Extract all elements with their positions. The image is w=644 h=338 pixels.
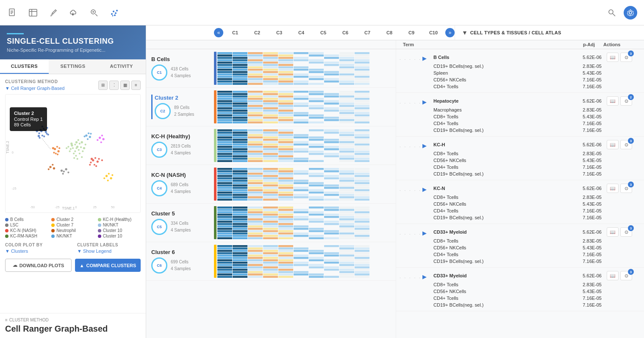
grid-icon-btn[interactable]: ⊞ (98, 81, 108, 90)
clustering-method-select[interactable]: ▼ Cell Ranger Graph-Based (5, 86, 64, 91)
scatter-btn[interactable]: ⁚ (109, 81, 119, 90)
toggle-btn[interactable]: ⊙ 3 (620, 227, 632, 237)
bar-btn[interactable]: ▦ (120, 81, 130, 90)
tab-settings[interactable]: SETTINGS (49, 59, 97, 74)
book-icon-btn[interactable]: 📖 (607, 96, 619, 106)
svg-rect-533 (355, 148, 369, 151)
nav-arrow-icon[interactable]: ▶ (422, 99, 427, 105)
svg-rect-930 (324, 269, 339, 271)
paint-icon[interactable] (47, 7, 59, 19)
toggle-btn[interactable]: ⊙ 2 (620, 96, 632, 106)
legend-item: KC-N (NASH) (5, 228, 48, 233)
svg-rect-128 (217, 78, 232, 80)
svg-rect-772 (309, 223, 324, 225)
search-icon[interactable] (606, 7, 618, 19)
atlas-terms: CD33+ Myeloid 5.62E-06 📖 ⊙ 3 CD8+ Tcells… (430, 270, 644, 308)
term-label: CD19+ BCells(neg. sel.) (433, 215, 569, 220)
svg-line-115 (42, 138, 50, 149)
table-icon[interactable] (27, 7, 39, 19)
col-nav-left[interactable]: « (214, 28, 223, 37)
zoom-icon[interactable] (88, 7, 100, 19)
svg-rect-902 (294, 269, 308, 271)
svg-point-19 (629, 11, 632, 14)
book-icon-btn[interactable]: 📖 (607, 184, 619, 193)
svg-rect-823 (217, 248, 232, 250)
svg-rect-534 (355, 151, 369, 153)
col-c5: C5 (312, 30, 334, 35)
toggle-btn[interactable]: ⊙ 3 (620, 184, 632, 193)
document-icon[interactable] (7, 7, 19, 19)
svg-rect-897 (294, 257, 308, 259)
svg-rect-880 (278, 250, 293, 252)
svg-rect-383 (339, 121, 354, 123)
nav-arrow-icon[interactable]: ▶ (422, 142, 427, 149)
padj-value: 7.16E-05 (569, 84, 607, 89)
book-icon-btn[interactable]: 📖 (607, 227, 619, 237)
atlas-term-row: KC-N 5.62E-06 📖 ⊙ 3 (430, 183, 644, 194)
list-btn[interactable]: ≡ (131, 81, 141, 90)
compare-clusters-button[interactable]: ▲ COMPARE CLUSTERS (75, 259, 141, 272)
scatter-icon[interactable] (108, 7, 120, 19)
svg-rect-313 (263, 121, 278, 123)
svg-rect-437 (248, 153, 263, 155)
cell-atlas-toggle[interactable]: ▼ (462, 29, 468, 36)
toggle-btn[interactable]: ⊙ 3 (620, 140, 632, 149)
atlas-panel: . . . . .▶ B Cells 5.62E-06 📖 ⊙ 3 CD19+ … (396, 49, 644, 338)
book-icon-btn[interactable]: 📖 (607, 271, 619, 280)
settings-icon[interactable] (624, 6, 637, 20)
svg-rect-186 (278, 83, 293, 85)
svg-rect-164 (263, 64, 278, 66)
svg-rect-812 (355, 218, 369, 221)
cm-label: ≡ CLUSTER METHOD (5, 318, 141, 322)
svg-rect-893 (294, 248, 308, 250)
tsne-canvas[interactable]: TSNE.2 TSNE.1 25 0 -25 -50 -25 0 25 50 (5, 94, 141, 213)
svg-point-67 (83, 147, 85, 149)
svg-rect-417 (233, 139, 247, 141)
download-plots-button[interactable]: ☁ DOWNLOAD PLOTS (5, 259, 72, 272)
svg-rect-374 (339, 100, 354, 102)
legend-dot (51, 235, 55, 238)
svg-rect-501 (324, 139, 339, 141)
book-icon-btn[interactable]: 📖 (607, 140, 619, 149)
tab-clusters[interactable]: CLUSTERS (0, 59, 49, 74)
color-plot-select[interactable]: ▼ Clusters (5, 249, 69, 254)
svg-rect-709 (248, 207, 263, 209)
svg-rect-140 (233, 73, 247, 75)
svg-rect-727 (263, 216, 278, 218)
nav-arrow-icon[interactable]: ▶ (422, 186, 427, 193)
nav-arrow-icon[interactable]: ▶ (422, 274, 427, 280)
nav-arrow-icon[interactable]: ▶ (422, 55, 427, 61)
svg-rect-490 (309, 146, 324, 148)
svg-rect-603 (278, 184, 293, 187)
svg-rect-258 (217, 91, 232, 93)
svg-rect-895 (294, 252, 308, 254)
cluster-labels-select[interactable]: ▼ Show Legend (77, 249, 141, 254)
svg-rect-554 (233, 168, 247, 170)
svg-rect-839 (233, 252, 247, 254)
tab-activity[interactable]: ACTIVITY (97, 59, 146, 74)
svg-point-36 (39, 129, 42, 131)
svg-rect-255 (355, 81, 369, 83)
nav-arrow-icon[interactable]: ▶ (422, 230, 427, 236)
col-nav-right[interactable]: » (445, 28, 455, 37)
cluster-name: B Cells (151, 56, 191, 62)
svg-rect-672 (355, 182, 369, 184)
toggle-btn[interactable]: ⊙ 3 (620, 271, 632, 280)
svg-point-87 (89, 164, 91, 165)
toggle-btn[interactable]: ⊙ 3 (620, 53, 632, 62)
cloud-icon[interactable] (68, 7, 80, 19)
book-icon-btn[interactable]: 📖 (607, 53, 619, 62)
svg-rect-429 (248, 134, 263, 136)
svg-rect-646 (324, 187, 339, 189)
legend-dot (98, 229, 101, 232)
svg-rect-522 (339, 155, 354, 157)
svg-rect-529 (355, 139, 369, 141)
legend-label: Cluster 2 (56, 217, 73, 222)
svg-rect-157 (248, 81, 263, 83)
svg-rect-583 (263, 170, 278, 173)
accent-bar (7, 33, 24, 34)
term-label: CD56+ NKCells (433, 77, 569, 82)
svg-rect-752 (294, 209, 308, 211)
svg-rect-364 (324, 110, 339, 112)
svg-rect-441 (263, 129, 278, 131)
